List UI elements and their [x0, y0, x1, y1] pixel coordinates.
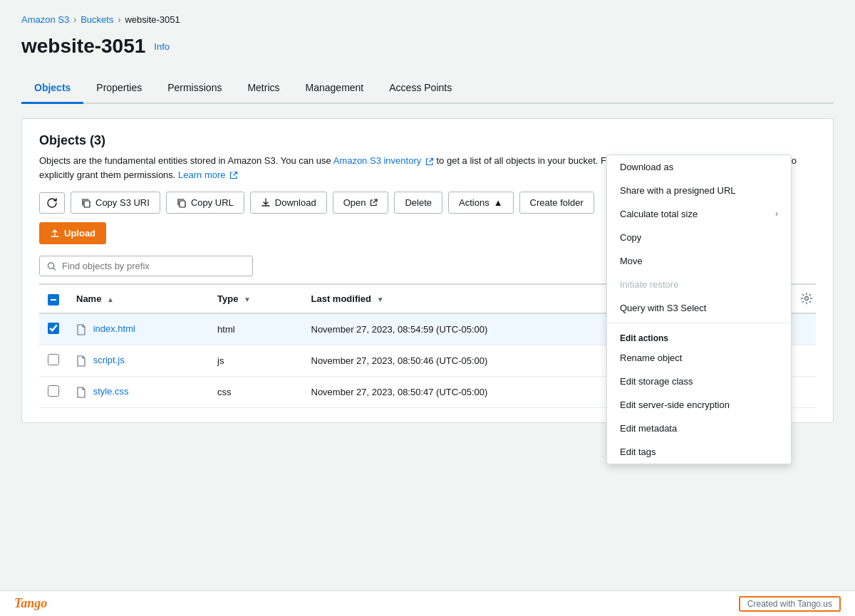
external-link-icon — [425, 157, 434, 166]
copy-s3-uri-label: Copy S3 URI — [95, 197, 150, 208]
svg-rect-1 — [180, 201, 185, 207]
file-icon-row2 — [76, 355, 86, 367]
row3-checkbox[interactable] — [48, 385, 59, 397]
row1-checkbox[interactable] — [48, 323, 59, 334]
tab-metrics[interactable]: Metrics — [234, 75, 292, 104]
gear-icon-area — [797, 289, 816, 310]
search-icon — [47, 261, 56, 271]
table-header-checkbox[interactable] — [39, 284, 68, 313]
info-link[interactable]: Info — [154, 41, 170, 52]
bottom-bar: Tango Created with Tango.us — [0, 590, 855, 616]
tab-management[interactable]: Management — [293, 75, 377, 104]
delete-label: Delete — [405, 197, 432, 208]
dropdown-query-s3-select[interactable]: Query with S3 Select — [607, 296, 791, 320]
search-box — [39, 256, 253, 276]
copy-icon-url — [177, 198, 187, 208]
upload-label: Upload — [64, 228, 95, 239]
gear-icon — [800, 292, 813, 305]
open-ext-icon — [370, 199, 378, 207]
row2-filename[interactable]: script.js — [93, 355, 125, 365]
file-icon-row3 — [76, 387, 86, 398]
row3-filename[interactable]: style.css — [93, 386, 129, 397]
table-header-name[interactable]: Name ▲ — [68, 284, 209, 313]
search-input[interactable] — [62, 261, 245, 271]
row1-checkbox-cell — [39, 313, 68, 345]
dropdown-share-presigned[interactable]: Share with a presigned URL — [607, 179, 791, 202]
copy-icon-s3 — [81, 198, 91, 208]
open-label: Open — [343, 197, 366, 208]
learn-more-link[interactable]: Learn more — [178, 169, 238, 180]
last-modified-filter-icon: ▼ — [377, 296, 384, 303]
tab-objects[interactable]: Objects — [21, 75, 83, 104]
tab-permissions[interactable]: Permissions — [155, 75, 234, 104]
actions-button[interactable]: Actions ▲ — [448, 192, 514, 214]
svg-rect-0 — [84, 201, 90, 207]
row2-name-cell: script.js — [68, 345, 209, 377]
tab-access-points[interactable]: Access Points — [376, 75, 465, 104]
upload-icon — [50, 229, 60, 239]
open-button[interactable]: Open — [333, 192, 389, 214]
actions-label: Actions — [459, 197, 489, 208]
dropdown-calculate-size[interactable]: Calculate total size › — [607, 202, 791, 226]
dropdown-divider — [607, 323, 791, 323]
row3-type: css — [209, 377, 302, 408]
download-button[interactable]: Download — [250, 192, 327, 214]
type-filter-icon: ▼ — [244, 296, 251, 303]
calculate-size-arrow: › — [775, 209, 778, 219]
inventory-link[interactable]: Amazon S3 inventory — [333, 155, 437, 166]
dropdown-edit-storage-class[interactable]: Edit storage class — [607, 370, 791, 393]
dropdown-rename-object[interactable]: Rename object — [607, 346, 791, 370]
dropdown-edit-tags[interactable]: Edit tags — [607, 440, 791, 464]
dropdown-move[interactable]: Move — [607, 249, 791, 273]
select-all-checkbox[interactable] — [48, 294, 59, 306]
dropdown-initiate-restore: Initiate restore — [607, 273, 791, 296]
name-sort-icon: ▲ — [107, 296, 114, 303]
dropdown-edit-encryption[interactable]: Edit server-side encryption — [607, 393, 791, 417]
delete-button[interactable]: Delete — [394, 192, 442, 214]
breadcrumb-amazon-s3[interactable]: Amazon S3 — [21, 14, 69, 25]
card-title: Objects (3) — [39, 133, 816, 148]
row1-filename[interactable]: index.html — [93, 323, 135, 334]
breadcrumb-sep-1: › — [73, 15, 76, 25]
upload-button[interactable]: Upload — [39, 222, 106, 244]
download-label: Download — [275, 197, 316, 208]
tab-properties[interactable]: Properties — [83, 75, 155, 104]
dropdown-download-as[interactable]: Download as — [607, 155, 791, 179]
row2-type: js — [209, 345, 302, 377]
copy-s3-uri-button[interactable]: Copy S3 URI — [71, 192, 160, 214]
row3-checkbox-cell — [39, 377, 68, 408]
svg-point-3 — [805, 297, 809, 301]
create-folder-button[interactable]: Create folder — [519, 192, 594, 214]
create-folder-label: Create folder — [530, 197, 584, 208]
dropdown-edit-metadata[interactable]: Edit metadata — [607, 417, 791, 440]
created-with-label: Created with Tango.us — [739, 596, 841, 612]
table-header-type[interactable]: Type ▼ — [209, 284, 302, 313]
actions-arrow-icon: ▲ — [494, 197, 503, 208]
row2-checkbox[interactable] — [48, 354, 59, 365]
refresh-icon — [47, 198, 57, 208]
file-icon-row1 — [76, 324, 86, 335]
refresh-button[interactable] — [39, 192, 65, 214]
tango-logo: Tango — [14, 596, 47, 611]
dropdown-copy[interactable]: Copy — [607, 226, 791, 249]
breadcrumb: Amazon S3 › Buckets › website-3051 — [21, 14, 834, 25]
row1-type: html — [209, 313, 302, 345]
breadcrumb-current: website-3051 — [125, 14, 180, 25]
gear-button[interactable] — [797, 289, 816, 310]
learn-more-ext-icon — [229, 171, 238, 179]
row1-name-cell: index.html — [68, 313, 209, 345]
row2-checkbox-cell — [39, 345, 68, 377]
actions-dropdown: Download as Share with a presigned URL C… — [606, 155, 792, 464]
main-card: Objects (3) Objects are the fundamental … — [21, 118, 834, 423]
dropdown-edit-actions-label: Edit actions — [607, 326, 791, 346]
copy-url-label: Copy URL — [191, 197, 234, 208]
copy-url-button[interactable]: Copy URL — [166, 192, 244, 214]
page-title: website-3051 — [21, 35, 145, 58]
row3-name-cell: style.css — [68, 377, 209, 408]
breadcrumb-sep-2: › — [118, 15, 120, 25]
breadcrumb-buckets[interactable]: Buckets — [81, 14, 113, 25]
tabs-nav: Objects Properties Permissions Metrics M… — [21, 75, 834, 104]
download-icon — [261, 198, 271, 208]
